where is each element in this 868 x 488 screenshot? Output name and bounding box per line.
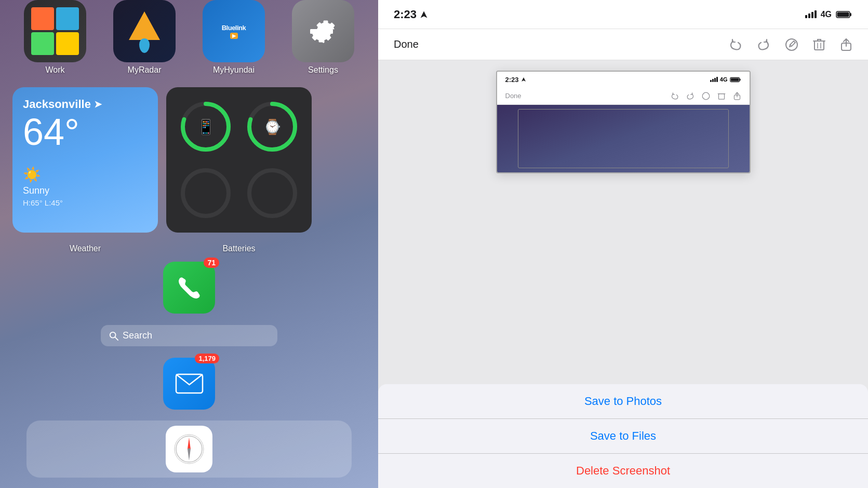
widget-labels: Weather Batteries [0, 241, 324, 256]
svg-point-17 [786, 39, 797, 50]
trash-icon [813, 38, 825, 51]
action-sheet: Save to Photos Save to Files Delete Scre… [378, 384, 868, 488]
empty-battery-circle-2 [243, 164, 301, 222]
safari-compass-icon [173, 433, 205, 465]
save-to-files-button[interactable]: Save to Files [378, 419, 868, 454]
editor-toolbar: Done [378, 29, 868, 60]
preview-share-icon [733, 92, 741, 100]
trash-button[interactable] [813, 38, 825, 51]
svg-rect-16 [837, 12, 849, 17]
bluelink-badge: ▶ [230, 33, 238, 39]
redo-icon [757, 38, 770, 51]
location-arrow-icon [420, 10, 428, 19]
delete-screenshot-button[interactable]: Delete Screenshot [378, 454, 868, 488]
myhyundai-app-label: MyHyundai [213, 65, 255, 75]
svg-rect-30 [730, 78, 739, 81]
widgets-row: Jacksonville ➤ 64° ☀️ Sunny H:65° L:45° … [0, 79, 378, 241]
watch-battery-icon: ⌚ [263, 118, 282, 135]
sun-icon: ☀️ [23, 166, 148, 183]
app-item-work[interactable]: Work [24, 0, 86, 75]
toolbar-action-icons [729, 38, 852, 51]
markup-button[interactable] [785, 38, 798, 51]
undo-button[interactable] [729, 38, 742, 51]
save-to-photos-button[interactable]: Save to Photos [378, 384, 868, 419]
radar-triangle-icon [129, 11, 160, 40]
weather-condition: Sunny [23, 185, 148, 196]
svg-rect-32 [718, 93, 724, 99]
preview-redo-icon [686, 92, 695, 100]
safari-app-icon[interactable] [166, 426, 212, 472]
weather-widget[interactable]: Jacksonville ➤ 64° ☀️ Sunny H:65° L:45° [12, 87, 158, 233]
iphone-home-screen: Work MyRadar Bluelink ▶ MyHyundai [0, 0, 378, 488]
signal-bar-1 [805, 15, 807, 18]
myradar-app-icon[interactable] [113, 0, 176, 62]
network-type-label: 4G [821, 10, 832, 19]
svg-rect-19 [814, 41, 824, 50]
share-button[interactable] [840, 38, 852, 51]
status-time: 2:23 [394, 8, 428, 21]
preview-location-icon [521, 77, 526, 82]
preview-signal-bars [710, 77, 718, 82]
myradar-app-label: MyRadar [128, 65, 162, 75]
redo-button[interactable] [757, 38, 770, 51]
phone-battery-circle: 📱 [177, 98, 235, 156]
svg-point-4 [183, 170, 229, 216]
mail-app-icon[interactable] [163, 358, 215, 410]
preview-trash-icon [717, 92, 726, 100]
app-item-myradar[interactable]: MyRadar [113, 0, 176, 75]
weather-temperature: 64° [23, 113, 148, 151]
app-item-settings[interactable]: Settings [292, 0, 354, 75]
nested-preview-frame [518, 109, 729, 168]
time-display: 2:23 [394, 8, 417, 21]
bluelink-app-icon[interactable]: Bluelink ▶ [203, 0, 265, 62]
bluelink-text: Bluelink [222, 24, 246, 32]
signal-bar-4 [814, 10, 817, 18]
work-icon-cell-2 [56, 7, 79, 30]
city-name: Jacksonville [23, 98, 91, 111]
phone-handset-icon [175, 274, 204, 302]
search-icon [109, 331, 118, 341]
batteries-grid: 📱 ⌚ [177, 98, 301, 222]
work-app-icon[interactable] [24, 0, 86, 62]
gear-icon [306, 15, 340, 48]
phone-app-container[interactable]: 71 [163, 262, 215, 314]
pen-circle-icon [785, 38, 798, 51]
phone-badge-count: 71 [204, 257, 219, 268]
svg-rect-15 [850, 13, 851, 16]
preview-screenshot-content [497, 105, 750, 172]
phone-app-icon[interactable] [163, 262, 215, 314]
search-bar[interactable]: Search [101, 325, 277, 346]
app-item-myhyundai[interactable]: Bluelink ▶ MyHyundai [203, 0, 265, 75]
empty-battery-circle-1 [177, 164, 235, 222]
signal-bar-2 [808, 13, 810, 18]
svg-point-6 [110, 332, 116, 337]
svg-point-5 [249, 170, 295, 216]
undo-icon [729, 38, 742, 51]
dock [26, 421, 352, 478]
work-icon-cell-4 [56, 32, 79, 55]
svg-point-31 [702, 92, 710, 100]
weather-range: H:65° L:45° [23, 198, 148, 207]
status-icons: 4G [805, 10, 852, 19]
settings-app-label: Settings [308, 65, 338, 75]
screenshot-editor: 2:23 4G Done [378, 0, 868, 488]
signal-bar-3 [811, 12, 813, 18]
preview-done-label: Done [505, 92, 522, 100]
mail-app-container[interactable]: 1,179 [163, 358, 215, 410]
weather-city: Jacksonville ➤ [23, 98, 148, 111]
batteries-widget[interactable]: 📱 ⌚ [166, 87, 312, 233]
preview-status-bar: 2:23 4G [497, 72, 750, 87]
work-app-label: Work [45, 65, 64, 75]
batteries-widget-label: Batteries [222, 244, 255, 253]
work-icon-cell-1 [31, 7, 54, 30]
screenshot-preview: 2:23 4G [496, 71, 751, 173]
preview-battery-icon [730, 77, 741, 83]
navigation-arrow-icon: ➤ [94, 99, 102, 110]
preview-toolbar-icons [671, 92, 741, 100]
done-button[interactable]: Done [394, 38, 419, 50]
middle-section: 71 Search 1,179 [0, 256, 378, 415]
settings-app-icon[interactable] [292, 0, 354, 62]
phone-battery-icon: 📱 [197, 118, 215, 135]
weather-widget-label: Weather [70, 244, 101, 253]
status-bar: 2:23 4G [378, 0, 868, 29]
